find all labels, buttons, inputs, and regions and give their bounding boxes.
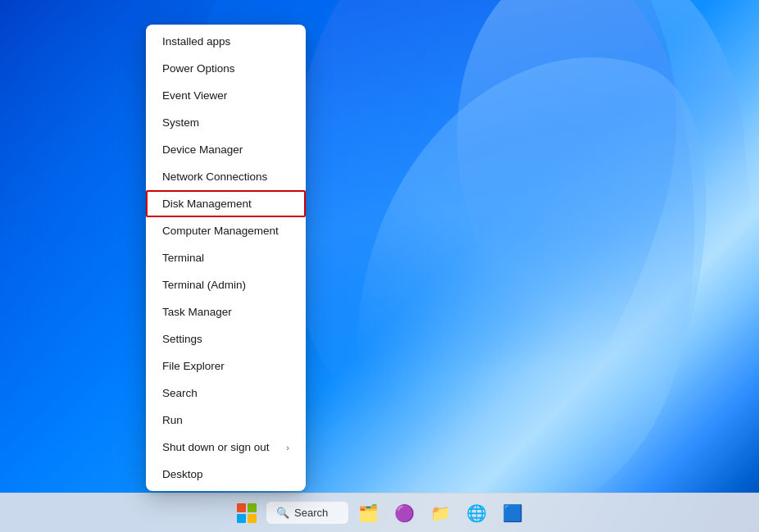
taskbar-search[interactable]: 🔍 Search [266,502,348,524]
search-label: Search [294,507,328,519]
menu-item-label-search: Search [162,387,198,399]
menu-item-label-task-manager: Task Manager [162,306,232,318]
taskbar-edge[interactable]: 🌐 [460,497,493,530]
file-explorer-icon: 🗂️ [358,503,379,523]
menu-item-terminal[interactable]: Terminal [146,244,306,271]
menu-item-label-file-explorer: File Explorer [162,360,225,372]
menu-item-label-device-manager: Device Manager [162,143,243,156]
menu-item-disk-management[interactable]: Disk Management [146,190,306,217]
menu-item-computer-management[interactable]: Computer Management [146,217,306,244]
taskbar-files[interactable]: 📁 [424,497,457,530]
menu-item-event-viewer[interactable]: Event Viewer [146,82,306,109]
wallpaper [0,0,759,532]
menu-item-installed-apps[interactable]: Installed apps [146,28,306,55]
menu-item-label-terminal: Terminal [162,252,204,264]
windows-logo-icon [237,503,257,523]
submenu-chevron-icon: › [286,443,289,452]
menu-item-device-manager[interactable]: Device Manager [146,136,306,163]
menu-item-label-disk-management: Disk Management [162,198,252,210]
menu-item-task-manager[interactable]: Task Manager [146,298,306,325]
menu-item-terminal-admin[interactable]: Terminal (Admin) [146,271,306,298]
menu-item-label-desktop: Desktop [162,468,203,480]
menu-item-label-shut-down: Shut down or sign out [162,441,270,453]
taskbar-meet[interactable]: 🟣 [388,497,420,530]
menu-item-file-explorer[interactable]: File Explorer [146,352,306,380]
edge-icon: 🌐 [466,503,487,523]
menu-item-label-power-options: Power Options [162,62,235,75]
menu-item-label-settings: Settings [162,333,202,345]
menu-item-label-terminal-admin: Terminal (Admin) [162,279,246,291]
menu-item-shut-down[interactable]: Shut down or sign out› [146,434,306,461]
start-button[interactable] [230,497,263,530]
menu-item-system[interactable]: System [146,109,306,136]
menu-item-label-event-viewer: Event Viewer [162,89,227,102]
meet-icon: 🟣 [394,503,415,523]
context-menu: Installed appsPower OptionsEvent ViewerS… [146,25,306,491]
files-icon: 📁 [430,503,451,523]
menu-item-network-connections[interactable]: Network Connections [146,163,306,190]
taskbar-file-explorer[interactable]: 🗂️ [352,497,384,530]
menu-item-run[interactable]: Run [146,407,306,434]
menu-item-search[interactable]: Search [146,380,306,407]
store-icon: 🟦 [502,503,523,523]
taskbar: 🔍 Search 🗂️ 🟣 📁 🌐 🟦 [0,493,759,532]
menu-item-desktop[interactable]: Desktop [146,461,306,488]
menu-item-label-system: System [162,116,199,129]
menu-item-settings[interactable]: Settings [146,325,306,352]
menu-item-label-installed-apps: Installed apps [162,35,230,48]
search-icon: 🔍 [276,507,289,519]
menu-item-label-computer-management: Computer Management [162,225,279,237]
menu-item-power-options[interactable]: Power Options [146,55,306,82]
taskbar-store[interactable]: 🟦 [496,497,529,530]
menu-item-label-network-connections: Network Connections [162,171,267,183]
menu-item-label-run: Run [162,414,183,426]
